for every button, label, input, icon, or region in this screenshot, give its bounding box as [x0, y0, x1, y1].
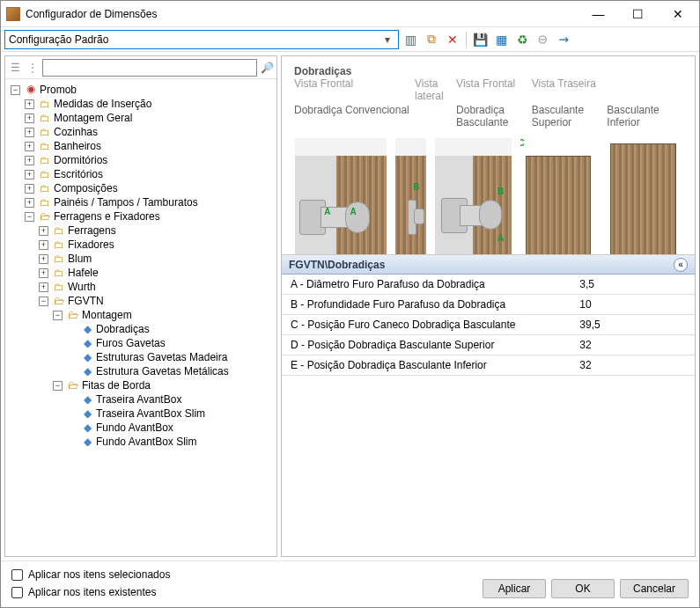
- folder-icon: 🗀: [38, 139, 52, 153]
- tree-item-label[interactable]: Blum: [68, 252, 92, 266]
- tree-item-label[interactable]: Fundo AvantBox: [96, 421, 173, 435]
- toggle-icon[interactable]: +: [25, 99, 34, 109]
- diagram-convencional: A A Painel Lateral Porta: [294, 137, 387, 254]
- tree-item-label[interactable]: Ferragens: [68, 223, 116, 238]
- tree-item-label[interactable]: Traseira AvantBox: [96, 392, 181, 407]
- param-key: C - Posição Furo Caneco Dobradiça Bascul…: [282, 315, 571, 335]
- tree-item-label[interactable]: Traseira AvantBox Slim: [96, 407, 205, 421]
- table-row[interactable]: E - Posição Dobradiça Basculante Inferio…: [282, 355, 695, 376]
- toggle-icon[interactable]: +: [25, 198, 34, 208]
- toggle-icon[interactable]: +: [39, 282, 48, 292]
- toggle-icon[interactable]: +: [39, 268, 48, 278]
- config-select[interactable]: Configuração Padrão ▾: [4, 30, 399, 49]
- close-button[interactable]: ✕: [658, 2, 697, 26]
- checkbox-apply-existing[interactable]: [11, 587, 23, 598]
- library-icon[interactable]: ▦: [491, 30, 511, 49]
- toggle-icon[interactable]: +: [39, 226, 48, 236]
- cancel-button[interactable]: Cancelar: [620, 579, 689, 598]
- new-config-icon[interactable]: ▥: [401, 30, 420, 49]
- preview-header: Vista Frontal: [294, 77, 415, 102]
- tree-item-label[interactable]: Furos Gavetas: [96, 336, 166, 350]
- table-row[interactable]: B - Profundidade Furo Parafuso da Dobrad…: [282, 295, 695, 315]
- parameters-section: FGVTN\Dobradiças « A - Diâmetro Furo Par…: [282, 254, 695, 376]
- toggle-icon[interactable]: −: [25, 212, 34, 222]
- diagram-basculante-inferior: E C: [604, 137, 682, 254]
- preview-subtitle: Basculante Superior: [532, 104, 608, 128]
- tree-item-label[interactable]: Fundo AvantBox Slim: [96, 435, 197, 449]
- toggle-icon[interactable]: −: [53, 381, 63, 391]
- tree-item-label[interactable]: Dobradiças: [96, 322, 150, 336]
- table-row[interactable]: D - Posição Dobradiça Basculante Superio…: [282, 335, 695, 355]
- diagram-basculante: B A Painel Lateral Porta: [434, 137, 512, 254]
- tree-item-label[interactable]: Hafele: [68, 266, 99, 280]
- toggle-icon[interactable]: +: [25, 128, 34, 137]
- tree-view[interactable]: −◉Promob +🗀Medidas de Inserção +🗀Montage…: [5, 79, 276, 556]
- toggle-icon[interactable]: +: [39, 240, 48, 250]
- preview-subtitle: Dobradiça Convencional: [294, 104, 415, 128]
- toggle-icon[interactable]: +: [39, 254, 48, 264]
- maximize-button[interactable]: ☐: [618, 2, 658, 26]
- duplicate-config-icon[interactable]: ⧉: [422, 30, 441, 49]
- toggle-icon[interactable]: +: [25, 170, 34, 179]
- tree-item-label[interactable]: Painéis / Tampos / Tamburatos: [54, 195, 198, 209]
- diagram-lateral: B Porta: [394, 137, 427, 254]
- ok-button[interactable]: OK: [551, 579, 615, 598]
- tree-item-label[interactable]: Estrutura Gavetas Metálicas: [96, 364, 229, 378]
- checkbox-label: Aplicar nos itens existentes: [28, 586, 156, 598]
- save-icon[interactable]: 💾: [470, 30, 490, 49]
- apply-button[interactable]: Aplicar: [483, 579, 546, 598]
- tree-item-label[interactable]: Fixadores: [68, 238, 114, 252]
- tree-item-label[interactable]: FGVTN: [68, 294, 104, 308]
- link-icon[interactable]: ↗: [550, 26, 578, 53]
- folder-icon: 🗀: [38, 111, 52, 125]
- tree-item-label[interactable]: Composições: [54, 181, 118, 195]
- tree-item-label[interactable]: Ferragens e Fixadores: [54, 209, 160, 223]
- preview-subtitle: Basculante Inferior: [607, 104, 682, 128]
- refresh-icon[interactable]: ♻: [512, 30, 532, 49]
- param-key: D - Posição Dobradiça Basculante Superio…: [282, 335, 571, 355]
- parameters-table: A - Diâmetro Furo Parafuso da Dobradiça3…: [282, 275, 695, 376]
- tree-item-label[interactable]: Cozinhas: [54, 125, 98, 139]
- tree-root-label[interactable]: Promob: [40, 83, 77, 97]
- toggle-icon[interactable]: +: [25, 114, 34, 123]
- toolbar-separator: [466, 32, 467, 48]
- chevron-down-icon: ▾: [380, 33, 394, 46]
- table-row[interactable]: C - Posição Furo Caneco Dobradiça Bascul…: [282, 315, 695, 335]
- delete-icon[interactable]: ✕: [443, 30, 462, 49]
- tree-item-label[interactable]: Wurth: [68, 280, 96, 294]
- tree-item-label[interactable]: Escritórios: [54, 167, 103, 181]
- param-value[interactable]: 10: [571, 295, 695, 315]
- minimize-button[interactable]: —: [578, 2, 618, 26]
- param-key: E - Posição Dobradiça Basculante Inferio…: [282, 355, 571, 376]
- param-value[interactable]: 3,5: [571, 275, 695, 295]
- toggle-icon[interactable]: −: [53, 311, 63, 320]
- toggle-icon[interactable]: +: [25, 156, 34, 165]
- tree-panel: ☰ ⋮ 🔎 −◉Promob +🗀Medidas de Inserção +🗀M…: [4, 55, 277, 557]
- param-value[interactable]: 32: [571, 355, 695, 376]
- tree-item-label[interactable]: Banheiros: [54, 139, 101, 153]
- toggle-icon[interactable]: −: [39, 297, 48, 306]
- tree-item-label[interactable]: Montagem: [82, 308, 132, 322]
- param-key: A - Diâmetro Furo Parafuso da Dobradiça: [282, 275, 571, 295]
- table-row[interactable]: A - Diâmetro Furo Parafuso da Dobradiça3…: [282, 275, 695, 295]
- checkbox-apply-selected[interactable]: [11, 569, 23, 581]
- globe-icon: ◉: [24, 82, 38, 96]
- tree-collapse-icon[interactable]: ⋮: [25, 60, 41, 76]
- leaf-icon: ◆: [80, 350, 94, 364]
- toggle-icon[interactable]: −: [11, 85, 20, 95]
- param-value[interactable]: 39,5: [571, 315, 695, 335]
- tree-item-label[interactable]: Estruturas Gavetas Madeira: [96, 350, 227, 364]
- folder-open-icon: 🗁: [52, 294, 66, 308]
- folder-icon: 🗀: [38, 195, 52, 209]
- tree-item-label[interactable]: Montagem Geral: [54, 111, 132, 125]
- tree-item-label[interactable]: Medidas de Inserção: [54, 97, 151, 111]
- collapse-icon[interactable]: «: [674, 258, 688, 272]
- tree-item-label[interactable]: Fitas de Borda: [82, 378, 151, 392]
- toggle-icon[interactable]: +: [25, 142, 34, 151]
- param-value[interactable]: 32: [571, 335, 695, 355]
- tree-expand-icon[interactable]: ☰: [7, 60, 23, 76]
- search-input[interactable]: [42, 59, 257, 77]
- binoculars-icon[interactable]: 🔎: [259, 60, 275, 76]
- tree-item-label[interactable]: Dormitórios: [54, 153, 107, 167]
- toggle-icon[interactable]: +: [25, 184, 34, 194]
